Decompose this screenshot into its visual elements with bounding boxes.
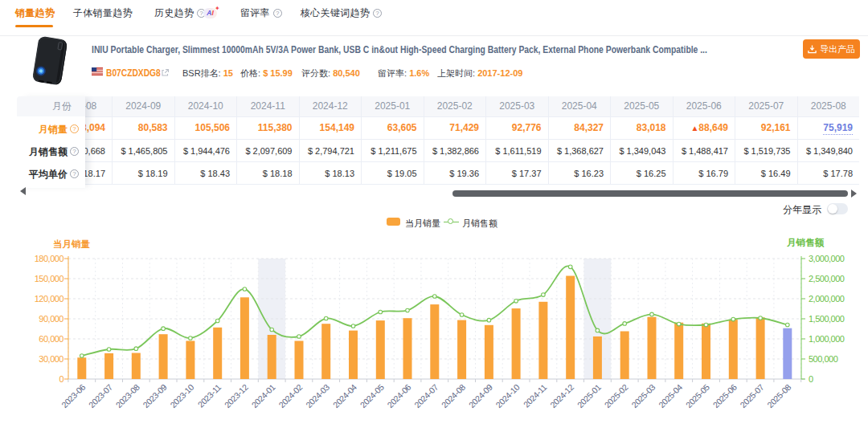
- svg-text:180,000: 180,000: [35, 254, 64, 263]
- svg-text:500,000: 500,000: [809, 354, 838, 364]
- svg-text:150,000: 150,000: [35, 274, 64, 283]
- svg-text:2,500,000: 2,500,000: [809, 274, 845, 283]
- svg-text:2023-12: 2023-12: [223, 382, 251, 410]
- svg-text:月销售额: 月销售额: [786, 237, 825, 248]
- svg-text:2025-06: 2025-06: [710, 382, 739, 410]
- svg-text:120,000: 120,000: [35, 294, 64, 304]
- svg-text:60,000: 60,000: [39, 334, 63, 344]
- svg-text:2023-06: 2023-06: [59, 382, 88, 410]
- svg-text:2025-05: 2025-05: [684, 382, 712, 410]
- svg-text:2025-04: 2025-04: [657, 382, 685, 410]
- svg-text:2024-04: 2024-04: [331, 382, 359, 410]
- svg-text:2023-10: 2023-10: [168, 382, 196, 410]
- svg-text:1,500,000: 1,500,000: [809, 314, 845, 324]
- svg-text:2023-09: 2023-09: [141, 382, 169, 410]
- svg-text:2024-09: 2024-09: [467, 382, 495, 410]
- svg-text:2024-05: 2024-05: [358, 382, 386, 410]
- svg-text:2024-02: 2024-02: [276, 382, 305, 410]
- svg-text:2024-01: 2024-01: [249, 382, 277, 410]
- svg-text:2024-08: 2024-08: [440, 382, 468, 410]
- svg-text:2025-02: 2025-02: [602, 382, 630, 410]
- svg-text:2025-08: 2025-08: [765, 382, 793, 410]
- svg-text:2024-10: 2024-10: [493, 382, 522, 410]
- svg-text:2024-12: 2024-12: [548, 382, 576, 410]
- svg-text:2023-08: 2023-08: [113, 382, 141, 410]
- svg-text:1,000,000: 1,000,000: [809, 334, 845, 344]
- svg-text:0: 0: [809, 374, 813, 384]
- svg-text:90,000: 90,000: [39, 314, 63, 324]
- svg-text:2023-11: 2023-11: [195, 382, 223, 410]
- svg-text:当月销量: 当月销量: [53, 239, 91, 249]
- svg-text:2024-07: 2024-07: [412, 382, 440, 410]
- svg-text:2024-06: 2024-06: [385, 382, 413, 410]
- svg-text:2023-07: 2023-07: [87, 382, 115, 410]
- svg-text:2,000,000: 2,000,000: [809, 294, 845, 304]
- svg-text:2025-01: 2025-01: [575, 382, 604, 410]
- svg-text:2024-03: 2024-03: [304, 382, 332, 410]
- svg-text:2025-07: 2025-07: [738, 382, 766, 410]
- svg-text:0: 0: [59, 374, 63, 384]
- svg-text:2024-11: 2024-11: [522, 382, 549, 410]
- svg-text:3,000,000: 3,000,000: [809, 254, 845, 263]
- svg-text:2025-03: 2025-03: [629, 382, 657, 410]
- svg-text:30,000: 30,000: [39, 354, 63, 364]
